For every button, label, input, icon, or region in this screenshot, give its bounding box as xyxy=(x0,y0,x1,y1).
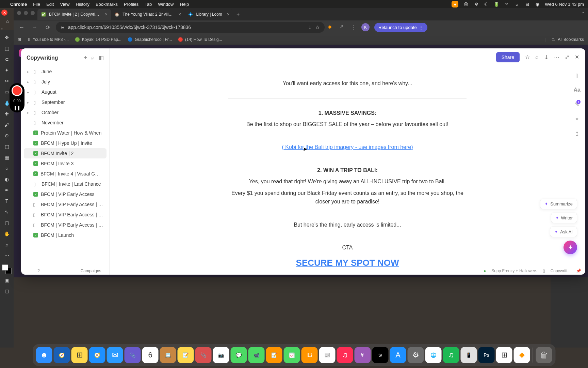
dock-app-icon[interactable]: tv xyxy=(372,347,389,363)
rail-share-icon[interactable]: ↥ xyxy=(575,131,579,137)
all-bookmarks-button[interactable]: 🗀All Bookmarks xyxy=(552,37,584,42)
sidebar-item[interactable]: ✓BFCM | Hype Up | Invite xyxy=(24,138,107,148)
menubar-icon-settings[interactable]: ✻ xyxy=(473,1,479,7)
bookmark-1[interactable]: ⬇YouTube to MP3 -... xyxy=(27,37,69,42)
rail-panel-icon[interactable]: ▯ xyxy=(575,72,578,79)
sidebar-add-icon[interactable]: + xyxy=(84,55,87,61)
tab-close-icon[interactable]: × xyxy=(105,12,108,17)
wifi-icon[interactable]: ⌔ xyxy=(504,1,509,7)
ps-shape-tool-icon[interactable]: ▢ xyxy=(2,218,12,228)
sidebar-item[interactable]: ▸▯June xyxy=(24,66,107,77)
chrome-tab-1[interactable]: ✅ BFCM Invite | 2 | Copywriting × xyxy=(37,9,111,20)
control-center-icon[interactable]: ⊟ xyxy=(524,1,530,7)
dock-app-icon[interactable]: 📝 xyxy=(266,347,282,363)
sidebar-item[interactable]: ✓BFCM | Invite 4 | Visual GWP's xyxy=(24,169,107,179)
dock-app-icon[interactable]: 6 xyxy=(142,347,159,363)
sidebar-item[interactable]: ▯November xyxy=(24,118,107,128)
chrome-tab-2[interactable]: 🏠 The Young Villas: 2 Br villa in × xyxy=(111,9,184,20)
writer-button[interactable]: ✦Writer xyxy=(551,213,577,223)
ps-path-tool-icon[interactable]: ↖ xyxy=(2,207,12,217)
summarize-button[interactable]: ✦Summarize xyxy=(540,199,577,209)
dock-app-icon[interactable]: 🧭 xyxy=(89,347,105,363)
ps-screenmode-icon[interactable]: ▢ xyxy=(2,286,12,296)
home-tab-icon[interactable]: ⌂ xyxy=(6,18,9,24)
menu-edit[interactable]: Edit xyxy=(46,2,54,7)
do-not-disturb-icon[interactable]: ☾ xyxy=(484,1,489,7)
ps-stamp-tool-icon[interactable]: ⊙ xyxy=(2,131,12,140)
dock-app-icon[interactable]: 📰 xyxy=(319,347,336,363)
window-maximize-icon[interactable] xyxy=(31,11,35,15)
tabs-dropdown-icon[interactable]: ˅ xyxy=(582,11,585,18)
menu-file[interactable]: File xyxy=(33,2,40,7)
dock-app-icon[interactable]: ♫ xyxy=(337,347,353,363)
sidebar-item[interactable]: ✓BFCM | Launch xyxy=(24,230,107,240)
pin-icon[interactable]: 📌 xyxy=(576,269,581,273)
dock-app-icon[interactable]: 🎙 xyxy=(355,347,371,363)
bookmark-star-icon[interactable]: ☆ xyxy=(315,25,320,30)
ps-blur-tool-icon[interactable]: ○ xyxy=(2,164,12,173)
chrome-tab-3[interactable]: 💠 Library | Loom × xyxy=(184,9,233,20)
breadcrumb-item-2[interactable]: Copywriti... xyxy=(551,269,571,273)
rail-sparkle-icon[interactable]: ✧ xyxy=(575,116,579,122)
dock-app-icon[interactable]: ⊞ xyxy=(496,347,512,363)
menu-history[interactable]: History xyxy=(76,2,89,7)
dock-app-icon[interactable]: 📎 xyxy=(125,347,141,363)
ps-eraser-tool-icon[interactable]: ◫ xyxy=(2,142,12,151)
more-icon[interactable]: ⋯ xyxy=(554,54,559,60)
dock-app-icon[interactable]: 🎞 xyxy=(301,347,318,363)
tab-close-icon[interactable]: × xyxy=(178,12,181,17)
ps-heal-tool-icon[interactable]: ✚ xyxy=(2,109,12,119)
new-tab-button[interactable]: + xyxy=(233,11,243,17)
install-app-icon[interactable]: ⤓ xyxy=(308,25,312,30)
sidebar-item[interactable]: ▸▯October xyxy=(24,107,107,118)
ps-quickmask-icon[interactable]: ▣ xyxy=(2,275,12,285)
ps-type-tool-icon[interactable]: T xyxy=(2,196,12,206)
download-icon[interactable]: ⤓ xyxy=(544,54,549,60)
share-button[interactable]: Share xyxy=(496,52,520,62)
bookmark-2[interactable]: 🟢Koyak: 14 PSD Pap... xyxy=(75,37,121,42)
ps-move-tool-icon[interactable]: ✥ xyxy=(2,33,12,42)
ps-brush-tool-icon[interactable]: 🖌 xyxy=(2,120,12,129)
dock-app-icon[interactable]: Ps xyxy=(478,347,495,363)
breadcrumb-item-1[interactable]: Supp Frenzy + Hallowee. xyxy=(491,269,537,273)
ps-wand-tool-icon[interactable]: ✦ xyxy=(2,65,12,75)
ps-edit-toolbar-icon[interactable]: ⋯ xyxy=(2,251,12,260)
dock-app-icon[interactable]: 📹 xyxy=(248,347,265,363)
tab-close-icon[interactable]: × xyxy=(227,12,230,17)
ps-color-swatches[interactable] xyxy=(2,264,12,274)
ask-ai-button[interactable]: ✦Ask AI xyxy=(550,227,577,237)
dock-app-icon[interactable]: 📷 xyxy=(213,347,229,363)
dock-app-icon[interactable]: A xyxy=(390,347,406,363)
dock-trash-icon[interactable]: 🗑 xyxy=(536,347,552,363)
ps-zoom-tool-icon[interactable]: ⌕ xyxy=(2,240,12,249)
app-name[interactable]: Chrome xyxy=(10,2,27,7)
ps-marquee-tool-icon[interactable]: ⬚ xyxy=(2,44,12,53)
sidebar-item[interactable]: ✓BFCM | Invite 3 xyxy=(24,158,107,169)
sidebar-item[interactable]: ▯BFCM | VIP Early Access | Re... xyxy=(24,199,107,210)
ps-pen-tool-icon[interactable]: ✒ xyxy=(2,185,12,195)
back-button[interactable]: ← xyxy=(17,22,27,32)
doc-content[interactable]: You'll want early access for this one, a… xyxy=(110,66,585,275)
sidebar-list[interactable]: ▸▯June▸▯July▸▯August▸▯September▸▯October… xyxy=(21,65,109,275)
menu-bookmarks[interactable]: Bookmarks xyxy=(96,2,118,7)
sidebar-item[interactable]: ✓Protein Water | How & When xyxy=(24,128,107,138)
dock-app-icon[interactable]: 🧭 xyxy=(54,347,70,363)
apps-icon[interactable]: ⊞ xyxy=(18,37,21,42)
site-info-icon[interactable]: ⊟ xyxy=(61,25,65,30)
ps-crop-tool-icon[interactable]: ✂ xyxy=(2,76,12,86)
forward-button[interactable]: → xyxy=(30,22,39,32)
sidebar-item[interactable]: ▯BFCM | VIP Early Access | En... xyxy=(24,220,107,230)
menubar-icon-1[interactable]: ⦿ xyxy=(463,1,469,7)
dock-app-icon[interactable]: 📇 xyxy=(160,347,176,363)
rail-text-icon[interactable]: Aa xyxy=(574,87,581,93)
bookmark-3[interactable]: 🔵Graphicheroco | Fr... xyxy=(128,37,172,42)
search-doc-icon[interactable]: ⌕ xyxy=(535,54,539,60)
sidebar-item[interactable]: ▯BFCM | VIP Early Access | En... xyxy=(24,210,107,220)
extension-icon-2[interactable]: ↗ xyxy=(340,24,346,31)
sidebar-item[interactable]: ▯BFCM | Invite | Last Chance xyxy=(24,179,107,189)
dock-app-icon[interactable]: 🌐 xyxy=(425,347,442,363)
rail-wand-icon[interactable]: ✎1 xyxy=(575,101,579,108)
star-icon[interactable]: ☆ xyxy=(525,54,530,60)
ps-hand-tool-icon[interactable]: ✋ xyxy=(2,229,12,239)
dock-app-icon[interactable]: ✉ xyxy=(107,347,123,363)
